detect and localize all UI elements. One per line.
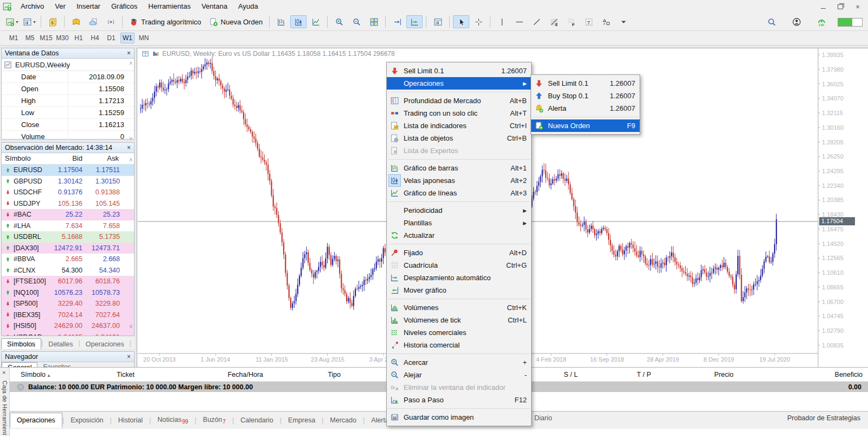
close-icon[interactable]: × bbox=[127, 49, 131, 57]
timeframe-m5[interactable]: M5 bbox=[23, 33, 37, 43]
close-icon[interactable]: × bbox=[2, 369, 5, 376]
menu-item-profundidad-de-mercado[interactable]: Profundidad de MercadoAlt+B bbox=[387, 94, 531, 107]
market-watch-columns[interactable]: Símbolo Bid Ask ˄ bbox=[2, 153, 134, 165]
tab-diario[interactable]: Diario bbox=[534, 414, 552, 422]
tab-buz-n[interactable]: Buzón7 bbox=[196, 413, 232, 428]
menu-gráficos[interactable]: Gráficos bbox=[106, 0, 143, 13]
scroll-up-icon[interactable]: ˄ bbox=[129, 60, 132, 66]
menu-herramientas[interactable]: Herramientas bbox=[143, 0, 196, 13]
market-row-GBPUSD[interactable]: GBPUSD1.301421.30150 bbox=[2, 176, 134, 187]
crosshair-button[interactable] bbox=[470, 15, 487, 28]
market-row-USDBRL[interactable]: USDBRL5.16885.1735 bbox=[2, 231, 134, 243]
market-row-HSI50[interactable]: [HSI50]24629.0024637.00 bbox=[2, 320, 134, 332]
menu-item-lista-de-objetos[interactable]: Lista de objetosCtrl+B bbox=[387, 132, 531, 144]
market-row-BAC[interactable]: #BAC25.2225.23 bbox=[2, 209, 134, 220]
market-row-DAX30[interactable]: [DAX30]12472.9112473.71 bbox=[2, 243, 134, 254]
timeframe-w1[interactable]: W1 bbox=[120, 33, 135, 43]
menu-item-gr-fico-de-l-neas[interactable]: Gráfico de líneasAlt+3 bbox=[387, 187, 531, 199]
menu-item-niveles-comerciales[interactable]: Niveles comerciales bbox=[387, 326, 531, 339]
menu-ayuda[interactable]: Ayuda bbox=[233, 0, 264, 13]
timeframe-h1[interactable]: H1 bbox=[72, 33, 86, 43]
column-precio[interactable]: Precio bbox=[714, 371, 733, 378]
account-button[interactable] bbox=[788, 16, 805, 29]
tab-calendario[interactable]: Calendario bbox=[234, 413, 279, 427]
column-ask[interactable]: Ask bbox=[107, 153, 119, 164]
market-row-USDCHF[interactable]: USDCHF0.913760.91388 bbox=[2, 187, 134, 198]
menu-item-plantillas[interactable]: Plantillas▶ bbox=[387, 217, 531, 229]
menu-item-operaciones[interactable]: Operaciones▶ bbox=[387, 77, 531, 90]
column-tp[interactable]: T / P bbox=[637, 371, 651, 378]
menu-item-desplazamiento-autom-tico[interactable]: Desplazamiento automático bbox=[387, 271, 531, 284]
menu-item-lista-de-expertos[interactable]: Lista de Expertos bbox=[387, 144, 531, 157]
tab-mercado[interactable]: Mercado bbox=[323, 413, 363, 427]
column-tipo[interactable]: Tipo bbox=[328, 371, 341, 378]
timeframe-m1[interactable]: M1 bbox=[7, 33, 21, 43]
menu-item-periodicidad[interactable]: Periodicidad▶ bbox=[387, 204, 531, 217]
menu-item-eliminar-la-ventana-del-indicador[interactable]: fxEliminar la ventana del indicador bbox=[387, 381, 531, 394]
menu-item-historia-comercial[interactable]: Historia comercial bbox=[387, 339, 531, 351]
column-sl[interactable]: S / L bbox=[564, 371, 578, 378]
restore-button[interactable] bbox=[837, 3, 844, 10]
market-row-IBEX35[interactable]: [IBEX35]7024.147027.64 bbox=[2, 309, 134, 321]
menu-item-paso-a-paso[interactable]: Paso a PasoF12 bbox=[387, 394, 531, 406]
tab-operaciones[interactable]: Operaciones bbox=[80, 339, 130, 350]
cloud-storage-button[interactable] bbox=[85, 15, 101, 28]
scroll-up-icon[interactable]: ˄ bbox=[129, 155, 132, 166]
new-window-button[interactable] bbox=[430, 15, 446, 28]
menu-item-sell-limit-0-1[interactable]: Sell Limit 0.11.26007 bbox=[531, 77, 640, 90]
history-center-button[interactable] bbox=[68, 15, 84, 28]
menu-item-sell-limit-0-1[interactable]: Sell Limit 0.11.26007 bbox=[387, 65, 531, 77]
menu-item-nueva-orden[interactable]: Nueva OrdenF9 bbox=[531, 119, 640, 132]
market-row-SP500[interactable]: [SP500]3229.403229.80 bbox=[2, 298, 134, 309]
market-row-NQ100[interactable]: [NQ100]10576.2310578.73 bbox=[2, 287, 134, 299]
tab-detalles[interactable]: Detalles bbox=[43, 339, 78, 350]
quotes-button[interactable]: $ bbox=[44, 15, 61, 28]
menu-ver[interactable]: Ver bbox=[49, 0, 71, 13]
column-bid[interactable]: Bid bbox=[72, 153, 82, 164]
account-level-button[interactable]: LVL bbox=[813, 16, 829, 29]
minimize-button[interactable] bbox=[819, 3, 827, 10]
horizontal-line-button[interactable] bbox=[511, 15, 527, 28]
strategy-tester-label[interactable]: Probador de Estrategias bbox=[787, 414, 860, 422]
menu-item-velas-japonesas[interactable]: Velas japonesasAlt+2 bbox=[387, 174, 531, 187]
column-fechahora[interactable]: Fecha/Hora bbox=[228, 371, 263, 378]
market-row-FTSE100[interactable]: [FTSE100]6017.966018.76 bbox=[2, 276, 134, 287]
menu-item-buy-stop-0-1[interactable]: Buy Stop 0.11.26007 bbox=[531, 90, 640, 102]
menu-item-vol-menes-de-tick[interactable]: Volúmenes de tickCtrl+L bbox=[387, 314, 531, 326]
timeframe-m30[interactable]: M30 bbox=[55, 33, 69, 43]
trend-line-button[interactable] bbox=[528, 15, 545, 28]
menu-item-lista-de-indicadores[interactable]: Lista de indicadoresCtrl+I bbox=[387, 119, 531, 132]
vertical-line-button[interactable] bbox=[494, 15, 510, 28]
quotes-grid-icon[interactable] bbox=[142, 50, 149, 57]
fibonacci-button[interactable]: E bbox=[546, 15, 562, 28]
menu-item-gr-fico-de-barras[interactable]: Gráfico de barrasAlt+1 bbox=[387, 162, 531, 174]
data-window-header[interactable]: Ventana de Datos × bbox=[2, 48, 134, 59]
market-row-USDJPY[interactable]: USDJPY105.136105.145 bbox=[2, 198, 134, 210]
column-ticket[interactable]: Ticket bbox=[117, 371, 135, 378]
tab-noticias[interactable]: Noticias99 bbox=[151, 413, 195, 428]
menu-insertar[interactable]: Insertar bbox=[71, 0, 106, 13]
text-tool-button[interactable]: T bbox=[580, 15, 597, 28]
search-button[interactable] bbox=[763, 16, 780, 29]
menu-item-actualizar[interactable]: Actualizar bbox=[387, 229, 531, 242]
data-window-symbol-row[interactable]: EURUSD,Weekly ˄ bbox=[2, 59, 134, 71]
close-icon[interactable]: × bbox=[127, 353, 131, 361]
tab-historial[interactable]: Historial bbox=[112, 413, 149, 427]
navigator-header[interactable]: Navegador × bbox=[2, 352, 134, 362]
market-row-CLNX[interactable]: #CLNX54.30054.340 bbox=[2, 265, 134, 276]
close-icon[interactable]: × bbox=[127, 144, 131, 151]
shapes-button[interactable] bbox=[598, 15, 614, 28]
zoom-in-button[interactable] bbox=[331, 15, 347, 28]
depth-mini-icon[interactable] bbox=[152, 50, 159, 57]
column-simbolo[interactable]: Símbolo bbox=[2, 153, 31, 164]
market-row-BBVA[interactable]: #BBVA2.6652.668 bbox=[2, 254, 134, 265]
objects-dropdown-button[interactable] bbox=[615, 15, 631, 28]
auto-scroll-button[interactable] bbox=[406, 15, 423, 28]
scroll-down-icon[interactable]: ˅ bbox=[129, 324, 132, 330]
menu-ventana[interactable]: Ventana bbox=[196, 0, 233, 13]
algo-trading-button[interactable]: Trading algorítmico bbox=[126, 15, 205, 28]
timeframe-h4[interactable]: H4 bbox=[88, 33, 102, 43]
column-smbolo[interactable]: Símbolo ▲ bbox=[21, 371, 51, 378]
menu-item-acercar[interactable]: Acercar+ bbox=[387, 356, 531, 369]
fibo-channel-button[interactable]: F bbox=[563, 15, 579, 28]
